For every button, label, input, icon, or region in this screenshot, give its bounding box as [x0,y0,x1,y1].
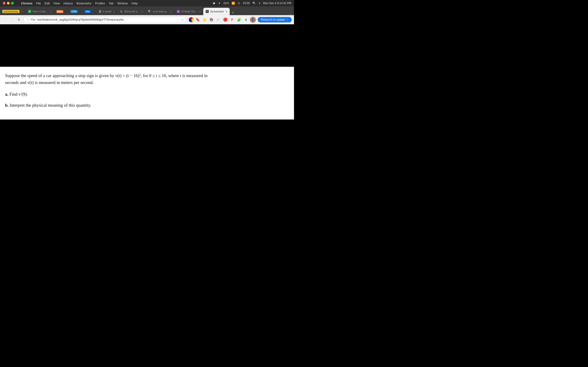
tab-ai-to-help[interactable]: 🔍 ai to help w... ✕ [146,8,174,15]
back-button[interactable]: ‹ [2,17,8,23]
menu-chrome[interactable]: Chrome [19,1,34,6]
tab-close-ai-help[interactable]: ✕ [170,10,172,13]
clock-icon: ⊙ [238,2,240,5]
problem-intro-text: Suppose the speed of a car approaching a… [5,73,139,78]
download-icon[interactable]: ⬇ [243,17,249,23]
tab-close-screenshot[interactable]: ✕ [225,10,227,13]
menu-profiles[interactable]: Profiles [93,1,107,6]
url-text: /var/folders/vv/k_spg9g10293yrq78jx6tx00… [37,18,180,21]
pinterest-icon[interactable]: P [229,17,235,23]
relaunch-button[interactable]: Relaunch to update ⋮ [258,17,292,23]
extensions-icon[interactable]: 🧩 [236,17,242,23]
new-tab-button[interactable]: + [230,10,236,15]
date-display: Mon Nov 4 8:14:42 PM [263,2,291,5]
tab-k-world[interactable]: 📓 k world ✕ [96,8,117,15]
tab-nikis-colle[interactable]: ✚ Niki's Colle... ✕ [26,8,54,15]
css-badge: CSS [70,10,78,13]
menu-edit[interactable]: Edit [43,1,52,6]
problem-units-text: seconds and v(t) is measured in meters p… [5,80,94,85]
part-b-label: b. [5,103,9,108]
fafsa-badge: fafsa [56,10,63,13]
yellow-extension-icon[interactable]: 🌟 [202,17,208,23]
menu-help[interactable]: Help [130,1,140,6]
red-extension-icon[interactable]: 📚 [208,17,215,23]
relaunch-label: Relaunch to update [261,18,285,21]
tab-label-screenshot: Screenshot [210,10,224,13]
bookmark-star-icon[interactable]: ☆ [181,18,184,22]
menu-file[interactable]: File [34,1,43,6]
black-top-section [0,24,294,67]
tab-label-kworld: k world [103,10,111,13]
time-display: 20:56 [243,2,250,5]
problem-condition-text: , for 0 ≤ t ≤ 16, where t is measured in [141,73,208,78]
tab-scholrashirps[interactable]: scholrashirps ✕ [0,8,26,15]
tab-label-ai-help: ai to help w... [153,10,168,13]
blue-bookmark-icon[interactable]: 🔖 [195,17,201,23]
red-circle-extension-icon[interactable]: 🔴 [222,17,228,23]
battery-indicator: 41% [223,2,229,5]
menu-bookmarks[interactable]: Bookmarks [75,1,93,6]
tab-bar: scholrashirps ✕ ✚ Niki's Colle... ✕ fafs… [0,6,294,15]
file-icon: 📄 [26,18,29,21]
black-bottom-section [0,119,294,184]
tab-microsoft[interactable]: ⊞ Microsoft a... ✕ [117,8,145,15]
url-prefix-label: File [31,18,35,21]
reload-button[interactable]: ↻ [16,17,22,23]
part-a: a. Find v′(9). [5,91,289,98]
part-b: b. Interpret the physical meaning of thi… [5,102,289,109]
menu-tab[interactable]: Tab [107,1,115,6]
screenshot-favicon: 📷 [206,10,209,13]
tab-close-kworld[interactable]: ✕ [113,10,115,13]
tab-close-scholrashirps[interactable]: ✕ [21,10,23,13]
tab-label-nikis: Niki's Colle... [33,10,48,13]
tab-close-ai-math[interactable]: ✕ [199,10,201,13]
toolbar-icons: 🔖 🌟 📚 ⛅ 🔴 P 🧩 ⬇ 👤 Relaunch to update ⋮ [189,17,292,23]
part-a-text: Find v′(9). [9,92,28,97]
control-center-icon[interactable]: ≡ [259,2,260,5]
tab-close-nikis[interactable]: ✕ [50,10,52,13]
tab-fafsa[interactable]: fafsa [54,8,68,15]
tab-expand-button[interactable]: ⌄ [288,11,294,15]
menu-bar: Chrome File Edit View History Bookmarks … [19,1,139,6]
relaunch-menu-icon: ⋮ [286,18,288,21]
title-bar: Chrome File Edit View History Bookmarks … [0,0,294,6]
ai-search-favicon: 🔍 [148,10,151,13]
color-picker-icon[interactable] [189,17,194,22]
tab-label-microsoft: Microsoft a... [124,10,139,13]
tab-close-microsoft[interactable]: ✕ [141,10,143,13]
menu-history[interactable]: History [61,1,74,6]
tab-nhs[interactable]: nhs [82,8,96,15]
bluetooth-icon: ✦ [218,2,221,5]
browser-content: Suppose the speed of a car approaching a… [0,24,294,184]
menu-window[interactable]: Window [115,1,130,6]
forward-button[interactable]: › [9,17,15,23]
traffic-lights [3,2,14,5]
problem-statement: Suppose the speed of a car approaching a… [5,72,289,86]
ai-math-favicon: ✦ [177,10,180,13]
tab-label-ai-math: AI Math Sol... [181,10,197,13]
profile-avatar[interactable]: 👤 [250,17,256,23]
record-icon: ⏺ [213,2,216,5]
close-button[interactable] [3,2,6,5]
minimize-button[interactable] [7,2,10,5]
nav-buttons: ‹ › ↻ [2,17,22,23]
tab-css[interactable]: CSS [68,8,82,15]
kworld-favicon: 📓 [98,10,102,13]
tab-favicon-scholra: scholrashirps [2,10,19,13]
part-a-label: a. [5,92,8,97]
microsoft-favicon: ⊞ [120,10,123,13]
maximize-button[interactable] [11,2,14,5]
search-icon[interactable]: 🔍 [252,2,256,5]
system-icons: ⏺ ✦ 41% 📶 ⊙ 20:56 🔍 ≡ Mon Nov 4 8:14:42 … [213,2,291,5]
nikis-favicon: ✚ [28,10,31,13]
math-content-section: Suppose the speed of a car approaching a… [0,67,294,119]
cloud-extension-icon[interactable]: ⛅ [216,17,221,23]
tab-screenshot[interactable]: 📷 Screenshot ✕ [203,8,229,15]
address-bar: ‹ › ↻ 📄 File /var/folders/vv/k_spg9g1029… [0,15,294,24]
tab-ai-math-sol[interactable]: ✦ AI Math Sol... ✕ [174,8,203,15]
wifi-icon: 📶 [232,2,235,5]
nhs-badge: nhs [84,10,91,13]
menu-view[interactable]: View [52,1,61,6]
url-bar[interactable]: 📄 File /var/folders/vv/k_spg9g10293yrq78… [23,17,187,23]
part-b-text: Interpret the physical meaning of this q… [10,103,91,108]
